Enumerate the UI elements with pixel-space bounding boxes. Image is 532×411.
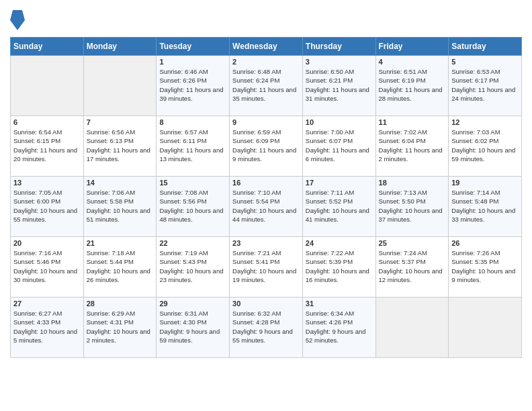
day-sun-info: Sunrise: 7:02 AM Sunset: 6:04 PM Dayligh… <box>379 128 446 163</box>
calendar-week-row: 6Sunrise: 6:54 AM Sunset: 6:15 PM Daylig… <box>11 116 522 177</box>
day-number: 6 <box>13 118 81 126</box>
calendar-day-cell: 29Sunrise: 6:31 AM Sunset: 4:30 PM Dayli… <box>157 298 230 358</box>
calendar-day-cell: 7Sunrise: 6:56 AM Sunset: 6:13 PM Daylig… <box>83 116 157 177</box>
calendar-day-cell: 17Sunrise: 7:11 AM Sunset: 5:52 PM Dayli… <box>302 177 375 237</box>
day-number: 7 <box>87 118 154 126</box>
day-number: 13 <box>13 179 81 187</box>
calendar-day-cell: 19Sunrise: 7:14 AM Sunset: 5:48 PM Dayli… <box>449 177 522 237</box>
day-sun-info: Sunrise: 7:00 AM Sunset: 6:07 PM Dayligh… <box>306 128 373 163</box>
calendar-body: 1Sunrise: 6:46 AM Sunset: 6:26 PM Daylig… <box>11 56 522 358</box>
calendar-day-cell: 23Sunrise: 7:21 AM Sunset: 5:41 PM Dayli… <box>230 237 303 298</box>
day-number: 23 <box>232 239 300 247</box>
calendar-day-cell: 18Sunrise: 7:13 AM Sunset: 5:50 PM Dayli… <box>375 177 449 237</box>
day-sun-info: Sunrise: 7:22 AM Sunset: 5:39 PM Dayligh… <box>306 248 373 284</box>
calendar-day-cell <box>11 56 84 116</box>
day-number: 15 <box>159 179 226 187</box>
day-number: 19 <box>451 179 519 187</box>
calendar-day-cell: 16Sunrise: 7:10 AM Sunset: 5:54 PM Dayli… <box>230 177 303 237</box>
day-number: 30 <box>232 300 300 308</box>
day-sun-info: Sunrise: 6:31 AM Sunset: 4:30 PM Dayligh… <box>159 309 226 345</box>
day-sun-info: Sunrise: 7:10 AM Sunset: 5:54 PM Dayligh… <box>232 188 300 224</box>
logo-icon <box>10 10 25 30</box>
day-number: 20 <box>13 239 81 247</box>
day-sun-info: Sunrise: 6:32 AM Sunset: 4:28 PM Dayligh… <box>232 309 300 345</box>
calendar-day-cell: 4Sunrise: 6:51 AM Sunset: 6:19 PM Daylig… <box>375 56 449 116</box>
calendar-day-cell: 13Sunrise: 7:05 AM Sunset: 6:00 PM Dayli… <box>11 177 84 237</box>
calendar-day-cell: 6Sunrise: 6:54 AM Sunset: 6:15 PM Daylig… <box>11 116 84 177</box>
calendar-week-row: 20Sunrise: 7:16 AM Sunset: 5:46 PM Dayli… <box>11 237 522 298</box>
day-sun-info: Sunrise: 6:59 AM Sunset: 6:09 PM Dayligh… <box>232 128 300 163</box>
day-sun-info: Sunrise: 7:24 AM Sunset: 5:37 PM Dayligh… <box>379 248 446 284</box>
day-number: 26 <box>451 239 519 247</box>
day-number: 16 <box>232 179 300 187</box>
day-sun-info: Sunrise: 7:08 AM Sunset: 5:56 PM Dayligh… <box>159 188 226 224</box>
day-number: 27 <box>13 300 81 308</box>
day-sun-info: Sunrise: 6:27 AM Sunset: 4:33 PM Dayligh… <box>13 309 81 345</box>
calendar-day-cell: 27Sunrise: 6:27 AM Sunset: 4:33 PM Dayli… <box>11 298 84 358</box>
day-of-week-header: Friday <box>375 38 449 56</box>
day-sun-info: Sunrise: 7:06 AM Sunset: 5:58 PM Dayligh… <box>87 188 154 224</box>
day-sun-info: Sunrise: 7:18 AM Sunset: 5:44 PM Dayligh… <box>87 248 154 284</box>
day-number: 21 <box>87 239 154 247</box>
day-number: 1 <box>159 58 226 66</box>
calendar-day-cell: 3Sunrise: 6:50 AM Sunset: 6:21 PM Daylig… <box>302 56 375 116</box>
day-sun-info: Sunrise: 6:53 AM Sunset: 6:17 PM Dayligh… <box>451 67 519 103</box>
day-sun-info: Sunrise: 7:16 AM Sunset: 5:46 PM Dayligh… <box>13 248 81 284</box>
calendar-day-cell: 14Sunrise: 7:06 AM Sunset: 5:58 PM Dayli… <box>83 177 157 237</box>
day-number: 5 <box>451 58 519 66</box>
day-number: 12 <box>451 118 519 126</box>
day-sun-info: Sunrise: 6:50 AM Sunset: 6:21 PM Dayligh… <box>306 67 373 103</box>
day-number: 28 <box>87 300 154 308</box>
day-of-week-header: Saturday <box>449 38 522 56</box>
calendar-day-cell: 26Sunrise: 7:26 AM Sunset: 5:35 PM Dayli… <box>449 237 522 298</box>
calendar-day-cell: 8Sunrise: 6:57 AM Sunset: 6:11 PM Daylig… <box>157 116 230 177</box>
day-number: 18 <box>379 179 446 187</box>
calendar-day-cell: 31Sunrise: 6:34 AM Sunset: 4:26 PM Dayli… <box>302 298 375 358</box>
day-of-week-header: Thursday <box>302 38 375 56</box>
day-sun-info: Sunrise: 6:57 AM Sunset: 6:11 PM Dayligh… <box>159 128 226 163</box>
calendar-day-cell: 21Sunrise: 7:18 AM Sunset: 5:44 PM Dayli… <box>83 237 157 298</box>
day-number: 31 <box>306 300 373 308</box>
day-of-week-header: Wednesday <box>230 38 303 56</box>
calendar-day-cell: 15Sunrise: 7:08 AM Sunset: 5:56 PM Dayli… <box>157 177 230 237</box>
day-number: 10 <box>306 118 373 126</box>
calendar-table: SundayMondayTuesdayWednesdayThursdayFrid… <box>10 37 522 358</box>
svg-marker-0 <box>10 10 25 30</box>
day-number: 29 <box>159 300 226 308</box>
day-sun-info: Sunrise: 7:05 AM Sunset: 6:00 PM Dayligh… <box>13 188 81 224</box>
calendar-day-cell <box>375 298 449 358</box>
day-number: 14 <box>87 179 154 187</box>
calendar-day-cell: 20Sunrise: 7:16 AM Sunset: 5:46 PM Dayli… <box>11 237 84 298</box>
calendar-day-cell <box>449 298 522 358</box>
day-number: 24 <box>306 239 373 247</box>
calendar-day-cell: 30Sunrise: 6:32 AM Sunset: 4:28 PM Dayli… <box>230 298 303 358</box>
day-sun-info: Sunrise: 7:14 AM Sunset: 5:48 PM Dayligh… <box>451 188 519 224</box>
day-number: 25 <box>379 239 446 247</box>
day-sun-info: Sunrise: 7:19 AM Sunset: 5:43 PM Dayligh… <box>159 248 226 284</box>
calendar-day-cell: 2Sunrise: 6:48 AM Sunset: 6:24 PM Daylig… <box>230 56 303 116</box>
day-number: 9 <box>232 118 300 126</box>
day-sun-info: Sunrise: 7:03 AM Sunset: 6:02 PM Dayligh… <box>451 128 519 163</box>
day-sun-info: Sunrise: 7:11 AM Sunset: 5:52 PM Dayligh… <box>306 188 373 224</box>
calendar-day-cell: 25Sunrise: 7:24 AM Sunset: 5:37 PM Dayli… <box>375 237 449 298</box>
day-number: 4 <box>379 58 446 66</box>
calendar-week-row: 13Sunrise: 7:05 AM Sunset: 6:00 PM Dayli… <box>11 177 522 237</box>
day-number: 11 <box>379 118 446 126</box>
calendar-day-cell: 28Sunrise: 6:29 AM Sunset: 4:31 PM Dayli… <box>83 298 157 358</box>
day-sun-info: Sunrise: 7:21 AM Sunset: 5:41 PM Dayligh… <box>232 248 300 284</box>
day-number: 2 <box>232 58 300 66</box>
day-number: 8 <box>159 118 226 126</box>
day-of-week-header: Monday <box>83 38 157 56</box>
calendar-day-cell: 5Sunrise: 6:53 AM Sunset: 6:17 PM Daylig… <box>449 56 522 116</box>
calendar-day-cell: 9Sunrise: 6:59 AM Sunset: 6:09 PM Daylig… <box>230 116 303 177</box>
calendar-day-cell: 22Sunrise: 7:19 AM Sunset: 5:43 PM Dayli… <box>157 237 230 298</box>
day-sun-info: Sunrise: 6:34 AM Sunset: 4:26 PM Dayligh… <box>306 309 373 345</box>
day-sun-info: Sunrise: 6:56 AM Sunset: 6:13 PM Dayligh… <box>87 128 154 163</box>
day-number: 22 <box>159 239 226 247</box>
day-sun-info: Sunrise: 6:51 AM Sunset: 6:19 PM Dayligh… <box>379 67 446 103</box>
day-sun-info: Sunrise: 7:26 AM Sunset: 5:35 PM Dayligh… <box>451 248 519 284</box>
calendar-day-cell: 1Sunrise: 6:46 AM Sunset: 6:26 PM Daylig… <box>157 56 230 116</box>
calendar-day-cell: 12Sunrise: 7:03 AM Sunset: 6:02 PM Dayli… <box>449 116 522 177</box>
day-sun-info: Sunrise: 6:29 AM Sunset: 4:31 PM Dayligh… <box>87 309 154 345</box>
calendar-day-cell: 11Sunrise: 7:02 AM Sunset: 6:04 PM Dayli… <box>375 116 449 177</box>
